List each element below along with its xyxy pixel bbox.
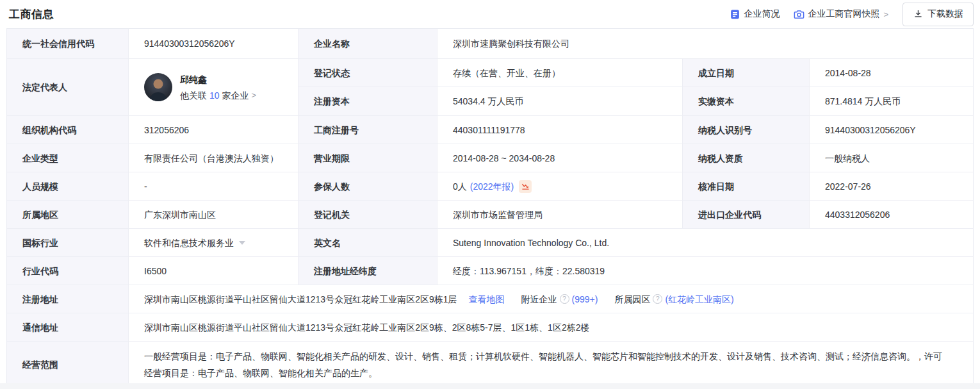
reg-address-cell: 深圳市南山区桃源街道平山社区留仙大道1213号众冠红花岭工业南区2区9栋1层 查… — [129, 285, 973, 313]
caret-down-icon — [239, 241, 245, 245]
industry-code-label: 行业代码 — [7, 257, 129, 285]
industry-value: 软件和信息技术服务业 — [144, 236, 234, 250]
import-export-code-value: 4403312056206 — [810, 201, 973, 228]
org-code-label: 组织机构代码 — [7, 116, 129, 144]
taxpayer-id-label: 纳税人识别号 — [683, 116, 810, 144]
legal-rep-label: 法定代表人 — [7, 59, 129, 115]
business-scope-value: 一般经营项目是：电子产品、物联网、智能化相关产品的研发、设计、销售、租赁；计算机… — [129, 342, 973, 388]
reg-capital-label: 注册资本 — [298, 87, 437, 115]
table-row: 经营范围 一般经营项目是：电子产品、物联网、智能化相关产品的研发、设计、销售、租… — [7, 342, 973, 388]
table-row: 所属地区 广东深圳市南山区 登记机关 深圳市市场监督管理局 进出口企业代码 44… — [7, 201, 973, 229]
table-row: 法定代表人 邱纯鑫 他关联 10 家企业 > 登记状态 存续（在营、开业、在册） — [7, 59, 973, 116]
english-name-label: 英文名 — [298, 229, 437, 256]
established-date-value: 2014-08-28 — [810, 59, 973, 87]
mail-address-label: 通信地址 — [7, 313, 129, 341]
page-bottom-strip — [0, 383, 980, 389]
taxpayer-quality-value: 一般纳税人 — [810, 144, 973, 172]
reg-number-value: 440301111191778 — [437, 116, 683, 144]
org-code-value: 312056206 — [129, 116, 298, 144]
industrial-park-label: 所属园区 — [614, 292, 650, 306]
download-icon — [913, 9, 924, 20]
coordinates-label: 注册地址经纬度 — [298, 257, 437, 285]
industry-code-value: I6500 — [129, 257, 298, 285]
reg-authority-label: 登记机关 — [298, 201, 437, 228]
relation-suffix: 家企业 — [222, 88, 249, 103]
mail-address-value: 深圳市南山区桃源街道平山社区留仙大道1213号众冠红花岭工业南区2区9栋、2区8… — [129, 313, 973, 341]
table-row: 国标行业 软件和信息技术服务业 英文名 Suteng Innovation Te… — [7, 229, 973, 257]
reg-address-value: 深圳市南山区桃源街道平山社区留仙大道1213号众冠红花岭工业南区2区9栋1层 — [144, 292, 457, 306]
view-map-link[interactable]: 查看地图 — [469, 292, 505, 306]
established-date-label: 成立日期 — [683, 59, 810, 87]
legal-rep-name[interactable]: 邱纯鑫 — [180, 72, 256, 87]
table-row: 组织机构代码 312056206 工商注册号 440301111191778 纳… — [7, 116, 973, 144]
reg-status-value: 存续（在营、开业、在册） — [437, 59, 683, 87]
header-actions: 企业简况 企业工商官网快照 > 下载数据 — [730, 3, 974, 26]
reg-capital-value: 54034.4 万人民币 — [437, 87, 683, 115]
industry-cell[interactable]: 软件和信息技术服务业 — [129, 229, 298, 256]
table-row: 通信地址 深圳市南山区桃源街道平山社区留仙大道1213号众冠红花岭工业南区2区9… — [7, 313, 973, 342]
company-profile-link[interactable]: 企业简况 — [730, 8, 780, 20]
approval-date-label: 核准日期 — [683, 172, 810, 200]
chevron-right-icon[interactable]: > — [252, 88, 257, 103]
table-row: 行业代码 I6500 注册地址经纬度 经度：113.967151，纬度：22.5… — [7, 257, 973, 285]
table-row: 人员规模 - 参保人数 0人 (2022年报) 核准日期 2022-07-26 — [7, 172, 973, 201]
approval-date-value: 2022-07-26 — [810, 172, 973, 200]
business-info-header: 工商信息 企业简况 企业工商官网快照 > 下载数据 — [0, 0, 980, 28]
nearby-companies-count-link[interactable]: (999+) — [572, 292, 598, 306]
taxpayer-quality-label: 纳税人资质 — [683, 144, 810, 172]
staff-size-label: 人员规模 — [7, 172, 129, 200]
official-snapshot-label: 企业工商官网快照 — [808, 8, 879, 20]
insured-count-cell: 0人 (2022年报) — [437, 172, 683, 200]
business-info-table: 统一社会信用代码 91440300312056206Y 企业名称 深圳市速腾聚创… — [6, 28, 974, 388]
industry-label: 国标行业 — [7, 229, 129, 256]
chevron-right-icon: > — [883, 10, 888, 19]
help-icon[interactable]: ? — [560, 294, 569, 304]
industrial-park-link[interactable]: (红花岭工业南区) — [665, 292, 733, 306]
relation-count-link[interactable]: 10 — [209, 88, 220, 103]
credit-code-value: 91440300312056206Y — [129, 29, 298, 58]
paid-capital-label: 实缴资本 — [683, 87, 810, 115]
paid-capital-value: 871.4814 万人民币 — [810, 87, 973, 115]
legal-rep-cell: 邱纯鑫 他关联 10 家企业 > — [129, 59, 298, 115]
download-data-button[interactable]: 下载数据 — [902, 3, 974, 26]
reg-address-label: 注册地址 — [7, 285, 129, 313]
table-row: 统一社会信用代码 91440300312056206Y 企业名称 深圳市速腾聚创… — [7, 29, 973, 59]
table-row: 注册地址 深圳市南山区桃源街道平山社区留仙大道1213号众冠红花岭工业南区2区9… — [7, 285, 973, 313]
legal-rep-avatar[interactable] — [144, 73, 172, 101]
reg-number-label: 工商注册号 — [298, 116, 437, 144]
section-title: 工商信息 — [9, 7, 54, 22]
official-snapshot-link[interactable]: 企业工商官网快照 > — [794, 8, 888, 20]
company-type-value: 有限责任公司（台港澳法人独资） — [129, 144, 298, 172]
company-name-value: 深圳市速腾聚创科技有限公司 — [437, 29, 973, 58]
business-term-label: 营业期限 — [298, 144, 437, 172]
coordinates-value: 经度：113.967151，纬度：22.580319 — [437, 257, 973, 285]
staff-trend-chart-icon[interactable] — [519, 180, 532, 193]
english-name-value: Suteng Innovation Technology Co., Ltd. — [437, 229, 973, 256]
annual-report-link[interactable]: (2022年报) — [470, 179, 514, 194]
download-data-label: 下载数据 — [927, 8, 963, 20]
business-term-value: 2014-08-28 ~ 2034-08-28 — [437, 144, 683, 172]
document-icon — [730, 9, 740, 20]
relation-prefix: 他关联 — [180, 88, 207, 103]
reg-status-label: 登记状态 — [298, 59, 437, 87]
table-row: 企业类型 有限责任公司（台港澳法人独资） 营业期限 2014-08-28 ~ 2… — [7, 144, 973, 172]
taxpayer-id-value: 91440300312056206Y — [810, 116, 973, 144]
company-profile-label: 企业简况 — [744, 8, 780, 20]
reg-authority-value: 深圳市市场监督管理局 — [437, 201, 683, 228]
business-scope-text: 一般经营项目是：电子产品、物联网、智能化相关产品的研发、设计、销售、租赁；计算机… — [144, 351, 942, 378]
insured-count-value: 0人 — [453, 179, 467, 194]
credit-code-label: 统一社会信用代码 — [7, 29, 129, 58]
help-icon[interactable]: ? — [653, 294, 662, 304]
region-value: 广东深圳市南山区 — [129, 201, 298, 228]
staff-size-value: - — [129, 172, 298, 200]
company-type-label: 企业类型 — [7, 144, 129, 172]
insured-count-label: 参保人数 — [298, 172, 437, 200]
nearby-companies-label: 附近企业 — [521, 292, 557, 306]
company-name-label: 企业名称 — [298, 29, 437, 58]
region-label: 所属地区 — [7, 201, 129, 228]
camera-icon — [794, 9, 804, 20]
business-scope-label: 经营范围 — [7, 342, 129, 388]
import-export-code-label: 进出口企业代码 — [683, 201, 810, 228]
